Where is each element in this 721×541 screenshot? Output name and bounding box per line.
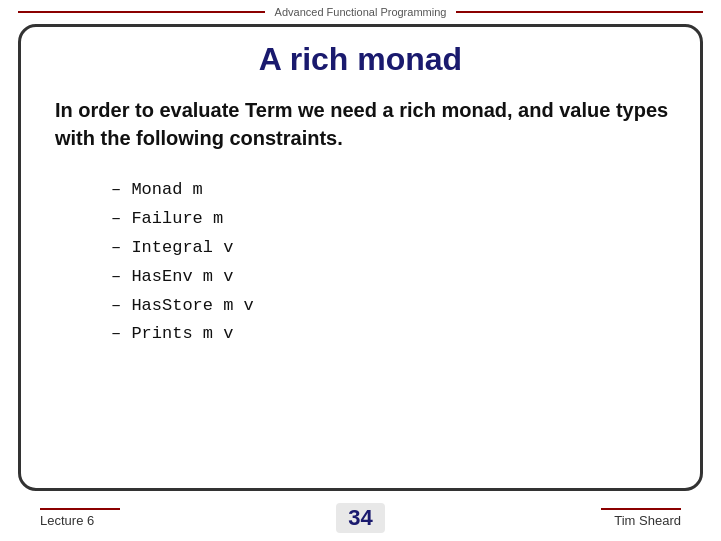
footer: Lecture 6 34 Tim Sheard <box>0 499 721 541</box>
footer-author: Tim Sheard <box>601 508 681 528</box>
footer-page-number: 34 <box>336 503 384 533</box>
header-bar: Advanced Functional Programming <box>0 0 721 24</box>
footer-lecture: Lecture 6 <box>40 508 120 528</box>
list-item: – HasEnv m v <box>111 263 670 292</box>
slide-title: A rich monad <box>51 41 670 78</box>
slide-container: Advanced Functional Programming A rich m… <box>0 0 721 541</box>
main-content: A rich monad In order to evaluate Term w… <box>18 24 703 491</box>
list-item: – Prints m v <box>111 320 670 349</box>
intro-text: In order to evaluate Term we need a rich… <box>55 96 670 152</box>
constraint-text-5: – HasStore m v <box>111 292 254 321</box>
list-item: – Monad m <box>111 176 670 205</box>
header-title: Advanced Functional Programming <box>275 6 447 18</box>
constraint-text-1: – Monad m <box>111 176 203 205</box>
constraint-text-4: – HasEnv m v <box>111 263 233 292</box>
header-line-right <box>456 11 703 13</box>
constraint-text-2: – Failure m <box>111 205 223 234</box>
list-item: – Integral v <box>111 234 670 263</box>
list-item: – Failure m <box>111 205 670 234</box>
constraint-text-3: – Integral v <box>111 234 233 263</box>
header-line-left <box>18 11 265 13</box>
list-item: – HasStore m v <box>111 292 670 321</box>
constraints-list: – Monad m – Failure m – Integral v – Has… <box>111 176 670 349</box>
constraint-text-6: – Prints m v <box>111 320 233 349</box>
